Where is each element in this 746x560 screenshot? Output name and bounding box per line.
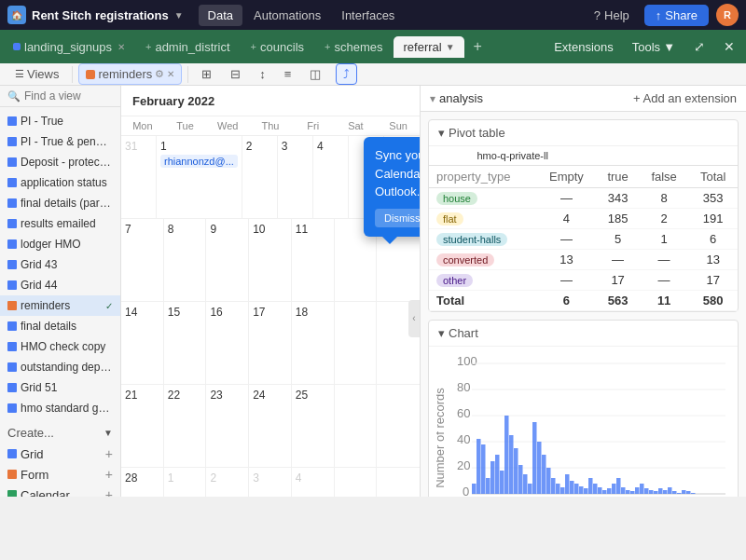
cal-cell[interactable] <box>377 468 420 497</box>
cal-cell[interactable]: 17 <box>249 302 292 384</box>
tab-admin-district[interactable]: + admin_district <box>136 36 240 58</box>
pivot-row-house: house — 343 8 353 <box>429 188 738 209</box>
filter-button[interactable]: ⊟ <box>223 63 248 85</box>
pivot-row-flat: flat 4 185 2 191 <box>429 209 738 229</box>
cal-cell[interactable]: 3 <box>249 468 292 497</box>
sidebar-item-pi-true[interactable]: PI - True <box>0 111 120 131</box>
cal-cell[interactable]: 28 <box>121 468 164 497</box>
cal-cell[interactable]: 16 <box>206 302 249 384</box>
svg-rect-23 <box>518 465 523 494</box>
search-icon: 🔍 <box>7 90 21 102</box>
cal-cell[interactable]: 7 <box>121 219 164 301</box>
calendar-sync-button[interactable]: ⤴ <box>336 63 357 85</box>
cal-cell[interactable] <box>335 302 378 384</box>
collapse-icon[interactable]: ▾ <box>430 92 435 105</box>
cal-cell[interactable]: 4 <box>292 468 335 497</box>
cal-cell[interactable]: 2 <box>242 136 278 218</box>
cal-cell[interactable]: 4 <box>313 136 349 218</box>
sidebar-item-grid43[interactable]: Grid 43 <box>0 254 120 275</box>
close-panel-button[interactable]: ✕ <box>716 35 742 58</box>
cal-cell[interactable]: 3 <box>278 136 313 218</box>
cal-cell[interactable]: 8 <box>164 219 207 301</box>
app-title-chevron[interactable]: ▼ <box>174 10 184 20</box>
cal-cell[interactable]: 24 <box>249 385 292 467</box>
svg-text:0: 0 <box>463 485 469 497</box>
tab-referral[interactable]: referral ▼ <box>394 36 463 58</box>
cal-cell[interactable]: 31 <box>121 136 157 218</box>
toolbar-separator-2 <box>187 66 188 83</box>
cal-cell[interactable]: 2 <box>206 468 249 497</box>
cal-cell[interactable]: 22 <box>164 385 207 467</box>
grid-view-button[interactable]: ⊞ <box>194 63 219 85</box>
chart-title[interactable]: ▾ Chart <box>429 321 738 347</box>
nav-interfaces[interactable]: Interfaces <box>332 5 404 26</box>
help-button[interactable]: ? Help <box>587 6 637 25</box>
group-button[interactable]: ≡ <box>277 63 299 85</box>
sidebar-item-final-det[interactable]: final details (parti... <box>0 193 120 213</box>
cal-cell[interactable]: 9 <box>206 219 249 301</box>
sidebar-item-hmo-standard[interactable]: hmo standard gro... <box>0 398 120 418</box>
collapse-handle[interactable]: ‹ <box>408 300 420 337</box>
views-button[interactable]: ☰ Views <box>7 63 66 85</box>
share-button[interactable]: ↑ Share <box>644 5 709 26</box>
svg-rect-13 <box>472 484 477 494</box>
svg-rect-37 <box>584 488 588 494</box>
grid-icon <box>7 116 17 126</box>
sidebar-item-reminders[interactable]: reminders ✓ <box>0 295 120 316</box>
sidebar-item-pi-pendi[interactable]: PI - True & pendi... <box>0 131 120 152</box>
sidebar-item-app-status[interactable]: application status <box>0 172 120 193</box>
cal-cell[interactable]: 25 <box>292 385 335 467</box>
sidebar-item-lodger-hmo[interactable]: lodger HMO <box>0 234 120 254</box>
tab-landing-signups[interactable]: landing_signups ✕ <box>4 36 134 58</box>
sort-button[interactable]: ↕ <box>252 63 273 85</box>
hide-button[interactable]: ◫ <box>302 63 328 85</box>
sidebar-item-final-details[interactable]: final details <box>0 316 120 336</box>
nav-automations[interactable]: Automations <box>244 5 330 26</box>
pivot-title[interactable]: ▾ Pivot table <box>429 120 738 146</box>
cal-cell[interactable]: 21 <box>121 385 164 467</box>
cal-cell[interactable]: 1rhiannonzd@... <box>157 136 242 218</box>
cal-cell[interactable]: 14 <box>121 302 164 384</box>
tab-close-icon[interactable]: ✕ <box>117 42 125 52</box>
add-extension-button[interactable]: + Add an extension <box>633 91 737 105</box>
sidebar-item-grid44[interactable]: Grid 44 <box>0 275 120 295</box>
sidebar-item-deposit[interactable]: Deposit - protected <box>0 152 120 172</box>
expand-button[interactable]: ⤢ <box>686 35 712 58</box>
tab-councils[interactable]: + councils <box>242 36 313 58</box>
dismiss-button[interactable]: Dismiss <box>375 209 420 228</box>
cal-cell[interactable] <box>335 385 378 467</box>
extensions-button[interactable]: Extensions <box>546 36 621 58</box>
plus-icon: + <box>105 446 113 461</box>
cal-cell[interactable]: 15 <box>164 302 207 384</box>
cal-cell[interactable]: 11 <box>292 219 335 301</box>
add-tab-button[interactable]: + <box>466 34 490 59</box>
create-section[interactable]: Create... ▼ <box>0 422 120 444</box>
active-view-settings-icon[interactable]: ⚙ <box>155 68 164 80</box>
calendar-week-5: 28 1 2 3 4 <box>121 468 420 497</box>
sidebar-item-hmo-check[interactable]: HMO check copy <box>0 336 120 357</box>
svg-rect-31 <box>556 484 560 494</box>
active-view-close-icon[interactable]: ✕ <box>167 69 174 79</box>
cal-cell[interactable] <box>377 385 420 467</box>
cal-cell[interactable] <box>335 468 378 497</box>
create-grid[interactable]: Grid + <box>0 444 120 464</box>
cal-cell[interactable]: 10 <box>249 219 292 301</box>
active-view-chip[interactable]: reminders ⚙ ✕ <box>78 63 182 85</box>
cal-cell[interactable]: 23 <box>206 385 249 467</box>
nav-data[interactable]: Data <box>199 5 242 26</box>
tab-schemes[interactable]: + schemes <box>315 36 392 58</box>
calendar-event[interactable]: rhiannonzd@... <box>160 155 238 168</box>
sidebar-item-outstanding[interactable]: outstanding depo... <box>0 357 120 377</box>
sidebar-item-results[interactable]: results emailed <box>0 213 120 234</box>
svg-rect-58 <box>682 490 686 494</box>
tab-chevron-icon[interactable]: ▼ <box>446 42 455 52</box>
create-calendar[interactable]: Calendar + <box>0 485 120 497</box>
search-input[interactable] <box>24 89 121 102</box>
cal-cell[interactable]: 18 <box>292 302 335 384</box>
user-avatar[interactable]: R <box>716 4 739 26</box>
sidebar-item-grid51[interactable]: Grid 51 <box>0 377 120 398</box>
app-logo[interactable]: 🏠 Rent Sitch registrations ▼ <box>7 6 184 24</box>
create-form[interactable]: Form + <box>0 464 120 485</box>
cal-cell[interactable]: 1 <box>164 468 207 497</box>
tools-button[interactable]: Tools ▼ <box>625 36 683 58</box>
